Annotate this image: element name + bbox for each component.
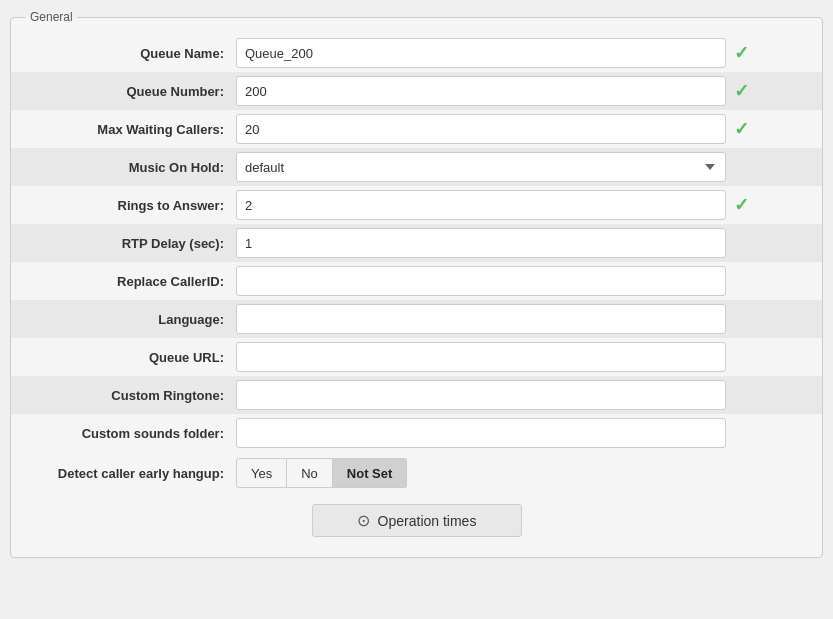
detect-hangup-btn-group: YesNoNot Set bbox=[236, 458, 407, 488]
queue-number-row: Queue Number:✓ bbox=[11, 72, 822, 110]
language-row: Language: bbox=[11, 300, 822, 338]
btn-not-set[interactable]: Not Set bbox=[333, 458, 408, 488]
rings-to-answer-label: Rings to Answer: bbox=[26, 198, 236, 213]
btn-no[interactable]: No bbox=[287, 458, 333, 488]
queue-name-valid-icon: ✓ bbox=[734, 44, 749, 62]
rtp-delay-input[interactable] bbox=[236, 228, 726, 258]
custom-ringtone-input[interactable] bbox=[236, 380, 726, 410]
rings-to-answer-valid-icon: ✓ bbox=[734, 196, 749, 214]
queue-url-input[interactable] bbox=[236, 342, 726, 372]
queue-number-valid-icon: ✓ bbox=[734, 82, 749, 100]
music-on-hold-label: Music On Hold: bbox=[26, 160, 236, 175]
queue-name-label: Queue Name: bbox=[26, 46, 236, 61]
replace-callerid-label: Replace CallerID: bbox=[26, 274, 236, 289]
clock-icon: ⊙ bbox=[357, 511, 370, 530]
queue-number-label: Queue Number: bbox=[26, 84, 236, 99]
queue-name-input[interactable] bbox=[236, 38, 726, 68]
music-on-hold-row: Music On Hold:default bbox=[11, 148, 822, 186]
rings-to-answer-row: Rings to Answer:✓ bbox=[26, 186, 807, 224]
rings-to-answer-wrap: ✓ bbox=[236, 190, 807, 220]
custom-sounds-label: Custom sounds folder: bbox=[26, 426, 236, 441]
queue-number-wrap: ✓ bbox=[236, 76, 807, 106]
queue-url-label: Queue URL: bbox=[26, 350, 236, 365]
max-waiting-valid-icon: ✓ bbox=[734, 120, 749, 138]
language-label: Language: bbox=[26, 312, 236, 327]
custom-sounds-row: Custom sounds folder: bbox=[26, 414, 807, 452]
rtp-delay-label: RTP Delay (sec): bbox=[26, 236, 236, 251]
max-waiting-input[interactable] bbox=[236, 114, 726, 144]
replace-callerid-row: Replace CallerID: bbox=[26, 262, 807, 300]
queue-number-input[interactable] bbox=[236, 76, 726, 106]
music-on-hold-select[interactable]: default bbox=[236, 152, 726, 182]
detect-hangup-input-wrap: YesNoNot Set bbox=[236, 458, 807, 488]
queue-name-row: Queue Name:✓ bbox=[26, 34, 807, 72]
replace-callerid-input[interactable] bbox=[236, 266, 726, 296]
max-waiting-label: Max Waiting Callers: bbox=[26, 122, 236, 137]
rtp-delay-wrap bbox=[236, 228, 807, 258]
rings-to-answer-input[interactable] bbox=[236, 190, 726, 220]
detect-hangup-label: Detect caller early hangup: bbox=[26, 466, 236, 481]
custom-sounds-input[interactable] bbox=[236, 418, 726, 448]
general-legend: General bbox=[26, 10, 77, 24]
btn-yes[interactable]: Yes bbox=[236, 458, 287, 488]
custom-ringtone-wrap bbox=[236, 380, 807, 410]
max-waiting-wrap: ✓ bbox=[236, 114, 807, 144]
operation-times-button[interactable]: ⊙ Operation times bbox=[312, 504, 522, 537]
operation-times-row: ⊙ Operation times bbox=[26, 504, 807, 537]
general-fieldset: General Queue Name:✓Queue Number:✓Max Wa… bbox=[10, 10, 823, 558]
queue-url-row: Queue URL: bbox=[26, 338, 807, 376]
custom-ringtone-label: Custom Ringtone: bbox=[26, 388, 236, 403]
queue-url-wrap bbox=[236, 342, 807, 372]
music-on-hold-wrap: default bbox=[236, 152, 807, 182]
queue-name-wrap: ✓ bbox=[236, 38, 807, 68]
max-waiting-row: Max Waiting Callers:✓ bbox=[26, 110, 807, 148]
custom-sounds-wrap bbox=[236, 418, 807, 448]
replace-callerid-wrap bbox=[236, 266, 807, 296]
detect-hangup-row: Detect caller early hangup: YesNoNot Set bbox=[26, 454, 807, 492]
language-input[interactable] bbox=[236, 304, 726, 334]
rtp-delay-row: RTP Delay (sec): bbox=[11, 224, 822, 262]
operation-times-label: Operation times bbox=[378, 513, 477, 529]
custom-ringtone-row: Custom Ringtone: bbox=[11, 376, 822, 414]
language-wrap bbox=[236, 304, 807, 334]
